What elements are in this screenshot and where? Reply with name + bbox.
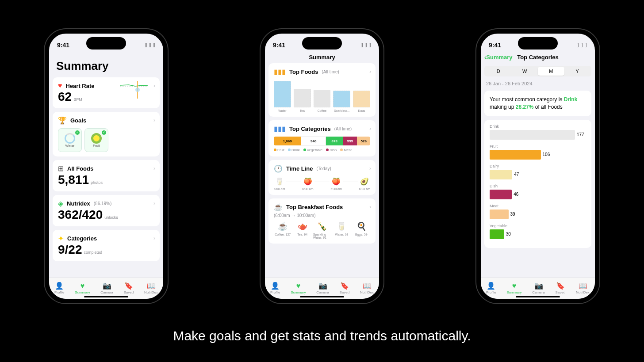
signal-icon: 􀙇	[361, 42, 363, 49]
timeline-item: 🥛6:08 am	[274, 177, 285, 191]
nutridex-card[interactable]: ◈ Nutridex (86.19%) › 362/420unlocks	[53, 195, 160, 226]
nutridex-pct: (86.19%)	[94, 201, 112, 206]
wifi-icon: 􀙈	[365, 42, 367, 49]
food-emoji: 🍑	[332, 177, 341, 186]
insight-card: Your most common category is Drink makin…	[484, 91, 591, 116]
categories-value: 9/22	[58, 243, 82, 256]
category-bar-row: Dairy47	[490, 164, 586, 179]
timeline-time: 6:38 am	[359, 187, 370, 191]
phone-top-categories: 9:41 􀙇􀙈􀛨 ‹ Summary Top Categories DWMY 2…	[476, 29, 599, 303]
notch	[302, 37, 342, 50]
category-bar-label: Vegetable	[490, 224, 586, 228]
heart-rate-card[interactable]: ♥ Heart Rate › 62BPM	[53, 77, 160, 108]
tab-nutridex[interactable]: 📖NutriDex	[576, 282, 590, 294]
food-emoji: 🫖	[298, 221, 307, 231]
tab-saved[interactable]: 🔖Saved	[340, 282, 350, 294]
phone-summary-charts: 9:41 􀙇􀙈􀛨 Summary ▮▮▮ Top Foods (All time…	[261, 29, 383, 303]
legend-dot	[326, 149, 329, 151]
segment-m[interactable]: M	[538, 67, 564, 76]
tab-camera[interactable]: 📷Camera	[316, 282, 329, 294]
battery-icon: 􀛨	[369, 42, 371, 49]
top-foods-label: Top Foods	[289, 69, 318, 75]
top-categories-legend: FruitDrinkVegetableDishMeat	[274, 148, 370, 152]
tab-camera[interactable]: 📷Camera	[100, 282, 113, 294]
breakfast-item-label: Tea: 94	[297, 233, 307, 236]
tab-saved[interactable]: 🔖Saved	[124, 282, 134, 294]
goal-badge-fruit[interactable]: ✓ Fruit	[84, 128, 108, 152]
category-bar-fill	[490, 210, 509, 219]
phone-summary-overview: 9:41 􀙇 􀙈 􀛨 Summary ♥ Heart Rate ›	[45, 29, 168, 303]
date-range: 26 Jan - 26 Feb 2024	[484, 79, 591, 91]
tab-nutridex[interactable]: 📖NutriDex	[144, 282, 158, 294]
chevron-right-icon: ›	[153, 200, 155, 206]
category-bar-value: 46	[514, 192, 518, 197]
timeline-card[interactable]: 🕐 Time Line (Today) › 🥛6:08 am🍑6:38 am🍑6…	[268, 160, 376, 195]
bar-chart-icon: ▮▮▮	[274, 68, 286, 76]
bar-chart-icon: ▮▮▮	[274, 125, 286, 133]
stacked-segment: 555	[343, 137, 357, 145]
legend-dot	[340, 149, 343, 151]
bookmark-icon: 🔖	[556, 282, 565, 290]
top-foods-card[interactable]: ▮▮▮ Top Foods (All time) › WaterTeaCoffe…	[268, 63, 376, 117]
home-indicator[interactable]	[516, 296, 560, 297]
timeline-range: (Today)	[316, 166, 331, 171]
tab-profile[interactable]: 👤Profile	[270, 282, 280, 294]
breakfast-card[interactable]: ☕ Top Breakfast Foods › (6:00am → 10:00a…	[268, 198, 376, 244]
page-title: Summary	[53, 51, 160, 77]
segment-d[interactable]: D	[485, 67, 512, 76]
segment-w[interactable]: W	[512, 67, 538, 76]
nutridex-label: Nutridex	[67, 200, 90, 207]
category-bar-label: Fruit	[490, 144, 586, 149]
category-bar-label: Dish	[490, 184, 586, 188]
chevron-right-icon: ›	[153, 165, 155, 171]
tab-profile[interactable]: 👤Profile	[486, 282, 496, 294]
person-icon: 👤	[271, 282, 280, 290]
timeline-connector	[314, 182, 330, 182]
category-bar-row: Drink177	[490, 124, 586, 140]
segment-y[interactable]: Y	[564, 67, 591, 76]
tab-bar: 👤Profile ♥Summary 📷Camera 🔖Saved 📖NutriD…	[49, 278, 163, 299]
heart-rate-sparkline	[120, 81, 148, 99]
tab-summary[interactable]: ♥Summary	[75, 282, 90, 294]
category-bar-value: 30	[506, 232, 511, 236]
tab-summary[interactable]: ♥Summary	[506, 282, 521, 294]
fruit-ring-icon	[91, 133, 102, 144]
time-range-segmented-control[interactable]: DWMY	[484, 66, 591, 76]
goal-badge-water[interactable]: ✓ Water	[58, 128, 82, 152]
breakfast-item-label: Sparkling Water: 91	[313, 233, 331, 239]
wifi-icon: 􀙈	[581, 42, 583, 49]
bar-fill	[314, 90, 331, 107]
goals-card[interactable]: 🏆 Goals › ✓ Water ✓ Fruit	[53, 112, 160, 156]
tab-nutridex[interactable]: 📖NutriDex	[360, 282, 374, 294]
home-indicator[interactable]	[84, 296, 128, 297]
heart-icon: ♥	[512, 282, 517, 290]
categories-card[interactable]: ✦ Categories › 9/22completed	[53, 230, 160, 261]
signal-icon: 􀙇	[145, 42, 147, 49]
camera-icon: 📷	[103, 282, 111, 290]
tab-camera[interactable]: 📷Camera	[532, 282, 544, 294]
categories-unit: completed	[84, 250, 103, 255]
back-button[interactable]: ‹ Summary	[484, 54, 513, 61]
home-indicator[interactable]	[300, 296, 344, 297]
nav-title: Top Categories	[517, 54, 559, 61]
top-categories-card[interactable]: ▮▮▮ Top Categories (All time) › 1,069940…	[268, 120, 376, 156]
nutridex-value: 362/420	[58, 208, 103, 221]
timeline-time: 6:38 am	[302, 187, 313, 191]
nav-bar: Summary	[265, 51, 379, 63]
tab-profile[interactable]: 👤Profile	[54, 282, 65, 294]
bar-fill	[294, 89, 311, 107]
timeline-connector	[286, 182, 301, 182]
tab-summary[interactable]: ♥Summary	[291, 282, 306, 294]
person-icon: 👤	[487, 282, 495, 290]
stacked-segment: 526	[357, 137, 370, 145]
all-foods-card[interactable]: ⊞ All Foods › 5,811photos	[53, 160, 160, 191]
all-foods-value: 5,811	[58, 173, 89, 187]
svg-point-2	[135, 88, 140, 92]
stacked-segment: 940	[301, 137, 326, 145]
checkmark-icon: ✓	[102, 130, 106, 135]
battery-icon: 􀛨	[585, 42, 587, 49]
all-foods-label: All Foods	[67, 165, 93, 172]
tab-saved[interactable]: 🔖Saved	[556, 282, 566, 294]
top-food-bar: Eggs	[353, 91, 370, 112]
category-bar-value: 39	[510, 212, 515, 217]
